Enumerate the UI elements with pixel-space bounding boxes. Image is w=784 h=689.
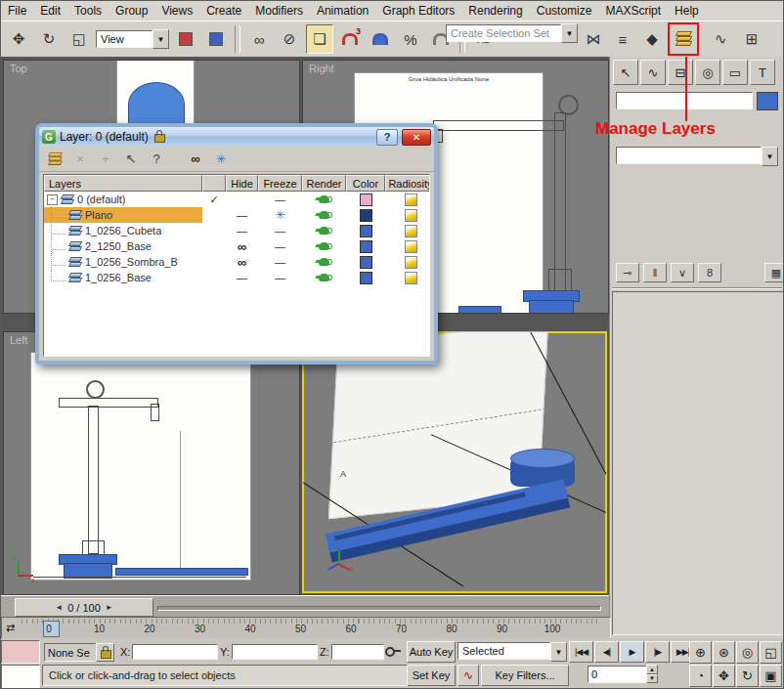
modifier-dropdown[interactable]: ▼ [616,147,778,161]
highlight-selected-icon[interactable]: ? [147,150,166,169]
key-filters-button[interactable]: Key Filters... [481,665,569,686]
layer-color-swatch[interactable] [360,194,372,206]
freeze-cell[interactable]: — [258,223,302,238]
curve-editor-icon[interactable]: ∿ [707,24,734,54]
align-icon[interactable]: ≡ [609,24,636,54]
object-color-swatch[interactable] [757,92,778,110]
render-cell[interactable] [302,223,346,238]
menu-rendering[interactable]: Rendering [461,2,529,20]
menu-graph-editors[interactable]: Graph Editors [375,2,461,20]
menu-file[interactable]: File [1,2,33,20]
layer-name-label[interactable]: 1_0256_Sombra_B [85,256,178,268]
radiosity-cell[interactable] [385,270,430,285]
create-layer-icon[interactable] [45,150,65,169]
layer-name-label[interactable]: 2_1250_Base [85,240,152,252]
render-cell[interactable] [302,207,346,223]
layer-color-swatch[interactable] [360,256,372,269]
current-layer-cell[interactable]: ✓ [202,192,226,207]
menu-animation[interactable]: Animation [310,2,375,20]
arc-rotate-icon[interactable]: ↻ [736,665,759,687]
current-frame-field[interactable]: 0 [588,666,652,683]
maximize-viewport-icon[interactable]: ▣ [760,665,782,687]
track-bar[interactable]: ⇄ 0102030405060708090100 [1,617,611,640]
frame-back-icon[interactable]: ◄ [55,603,63,612]
tab-hierarchy-icon[interactable]: ⊟ [668,60,693,85]
zoom-all-icon[interactable]: ⊛ [713,641,735,664]
snaps-toggle-3d-icon[interactable]: 3 [336,24,364,54]
current-layer-cell[interactable] [202,254,226,270]
menu-modifiers[interactable]: Modifiers [248,2,310,20]
hide-cell[interactable]: ∞ [226,254,258,270]
current-layer-cell[interactable] [202,223,226,238]
layer-color-swatch[interactable] [360,272,372,284]
hide-glasses-icon[interactable]: ∞ [186,150,205,169]
layer-color-swatch[interactable] [360,240,372,253]
field-of-view-icon[interactable]: ◔ [689,665,712,687]
menu-group[interactable]: Group [109,2,154,20]
hide-cell[interactable]: — [226,207,258,223]
layer-name-label[interactable]: 0 (default) [77,194,126,205]
viewport-perspective-active[interactable]: A z x [302,331,607,593]
viewport-left[interactable]: Left z x [3,331,300,595]
percent-snap-icon[interactable]: % [397,24,424,54]
radiosity-cell[interactable] [385,207,430,223]
menu-create[interactable]: Create [199,2,248,20]
maxscript-mini-listener-pink[interactable] [1,640,40,664]
zoom-extents-icon[interactable]: ◎ [736,641,759,664]
render-cell[interactable] [302,192,346,207]
time-slider-track[interactable] [157,606,601,611]
go-to-start-icon[interactable]: |◀◀ [569,641,593,663]
menu-customize[interactable]: Customize [530,2,599,20]
column-color[interactable]: Color [346,175,385,192]
frame-spinner[interactable]: ▲ ▼ [646,665,658,683]
tab-utilities-icon[interactable]: T [750,60,775,85]
chevron-down-icon[interactable]: ▼ [550,642,567,662]
previous-frame-icon[interactable]: ◀| [594,641,619,663]
menu-views[interactable]: Views [154,2,199,20]
current-layer-cell[interactable] [202,238,226,254]
object-name-field[interactable] [616,92,753,109]
layer-name-cell[interactable]: 1_0256_Cubeta [44,223,202,238]
select-rotate-icon[interactable]: ↻ [35,24,63,54]
render-cell[interactable] [302,238,346,254]
manage-layers-icon[interactable] [670,24,697,54]
layer-name-label[interactable]: 1_0256_Base [85,272,152,283]
pan-icon[interactable]: ✥ [713,665,735,687]
color-cell[interactable] [346,238,385,254]
layer-name-cell[interactable]: 1_0256_Base [44,270,202,285]
reference-coordinate-dropdown[interactable]: View ▼ [96,30,169,48]
layer-row[interactable]: 2_1250_Base∞— [44,238,429,254]
layer-color-swatch[interactable] [360,209,372,222]
hide-cell[interactable]: — [226,223,258,238]
current-layer-cell[interactable] [202,207,226,223]
layer-dialog-titlebar[interactable]: G Layer: 0 (default) ? ✕ [39,127,434,147]
menu-maxscript[interactable]: MAXScript [598,2,668,20]
viewport-left-label[interactable]: Left [10,334,27,346]
freeze-snowflake-icon[interactable]: ✳ [211,150,231,169]
menu-tools[interactable]: Tools [67,2,109,20]
make-unique-icon[interactable]: ∨ [671,263,694,282]
radiosity-cell[interactable] [385,238,430,254]
help-button[interactable]: ? [376,129,398,146]
next-frame-icon[interactable]: |▶ [645,641,670,663]
viewport-right-label[interactable]: Right [309,63,334,74]
material-editor-icon[interactable]: ◆ [638,24,666,54]
layer-name-cell[interactable]: −0 (default) [44,192,202,207]
zoom-icon[interactable]: ⊕ [689,641,712,664]
layer-name-cell[interactable]: Plano [44,207,202,223]
layer-row[interactable]: Plano—✳ [44,207,429,223]
chevron-down-icon[interactable]: ▼ [762,147,778,166]
snap-toggle-icon[interactable]: ❏ [306,24,333,54]
layer-color-swatch[interactable] [360,225,372,237]
spinner-up-icon[interactable]: ▲ [646,665,658,674]
delete-layer-icon[interactable]: × [70,150,90,169]
tab-display-icon[interactable]: ▭ [722,60,748,85]
freeze-cell[interactable]: ✳ [258,207,302,223]
layer-name-label[interactable]: Plano [85,209,112,221]
rollout-area[interactable] [612,291,784,635]
color-cell[interactable] [346,192,385,207]
radiosity-cell[interactable] [385,254,430,270]
render-cell[interactable] [302,270,346,285]
add-to-layer-icon[interactable]: + [96,150,115,169]
remove-modifier-icon[interactable]: 8 [698,263,721,282]
